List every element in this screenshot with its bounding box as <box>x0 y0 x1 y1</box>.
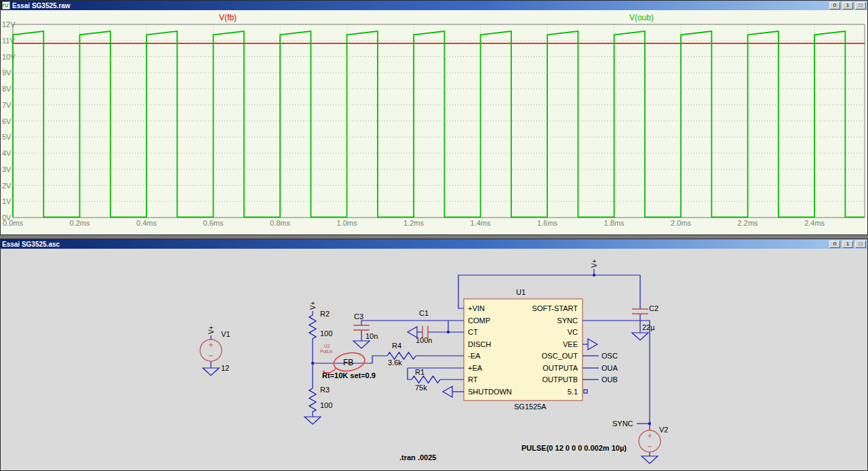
resistor-r2[interactable] <box>309 315 316 339</box>
u2-name[interactable]: U2 <box>324 344 330 348</box>
waveform-plot[interactable]: 0.0ms0.2ms0.4ms0.6ms0.8ms1.0ms1.2ms1.4ms… <box>1 10 867 234</box>
y-tick-label: 1V <box>2 197 12 205</box>
source-v1[interactable] <box>200 340 222 361</box>
capacitor-c3[interactable] <box>353 325 370 330</box>
r4-value[interactable]: 3.6k <box>388 359 402 367</box>
y-tick-label: 10V <box>2 53 16 61</box>
sources <box>200 340 660 452</box>
c3-name[interactable]: C3 <box>354 312 363 321</box>
u1-pin-label: SYNC <box>557 316 578 325</box>
vplus-net-label[interactable]: V+ <box>309 301 317 310</box>
schematic-window[interactable]: Essai SG3525.asc 0 1 □ <box>0 239 868 471</box>
u1-pin-label: DISCH <box>468 340 491 348</box>
titlebar-plot[interactable]: Essai SG3525.raw 0 1 □ <box>1 1 867 10</box>
r1-value[interactable]: 75k <box>415 384 427 392</box>
c2-value[interactable]: 22µ <box>642 323 655 331</box>
u1-pin-label: OUTPUTA <box>542 364 578 372</box>
trace-legend-label[interactable]: V(fb) <box>219 13 237 22</box>
oua-net-label[interactable]: OUA <box>601 364 618 372</box>
window-title-schematic: Essai SG3525.asc <box>2 241 60 248</box>
fb-net-label[interactable]: FB <box>343 358 353 367</box>
x-tick-label: 1.4ms <box>471 219 491 227</box>
y-tick-label: 6V <box>2 117 12 125</box>
osc-net-label[interactable]: OSC <box>601 352 618 360</box>
v1-plus-icon <box>209 343 213 347</box>
c1-value[interactable]: 100n <box>416 336 432 344</box>
junction-dot <box>593 274 595 277</box>
minimize-button[interactable]: 0 <box>829 241 840 248</box>
u1-name[interactable]: U1 <box>516 288 526 296</box>
r2-value[interactable]: 100 <box>320 329 332 337</box>
u1-pin-label: OUTPUTB <box>542 375 578 384</box>
port-arrow-vee[interactable] <box>588 339 597 350</box>
source-v2[interactable] <box>639 430 660 452</box>
close-button[interactable]: □ <box>855 241 866 248</box>
u1-pin-label: SHUTDOWN <box>468 388 512 396</box>
c2-name[interactable]: C2 <box>649 304 658 312</box>
r3-name[interactable]: R3 <box>320 386 330 394</box>
trace-legend-label[interactable]: V(oub) <box>629 13 654 22</box>
r3-value[interactable]: 100 <box>320 401 332 409</box>
u1-pin-label: RT <box>468 375 478 384</box>
y-tick-label: 9V <box>2 68 12 77</box>
wire[interactable] <box>408 368 412 380</box>
u1-model[interactable]: SG1525A <box>514 403 547 411</box>
restore-button[interactable]: 1 <box>842 2 853 9</box>
tran-directive[interactable]: .tran .0025 <box>399 453 436 462</box>
ground-symbol[interactable] <box>632 333 648 340</box>
v2-name[interactable]: V2 <box>659 426 668 434</box>
c3-value[interactable]: 10n <box>366 332 378 340</box>
v1-name[interactable]: V1 <box>221 330 230 338</box>
x-tick-label: 1.2ms <box>403 219 424 227</box>
u1-pin-label: COMP <box>468 316 490 325</box>
y-tick-label: 4V <box>2 149 12 157</box>
r4-name[interactable]: R4 <box>392 342 401 350</box>
u1-pin-label: SOFT-START <box>532 304 578 312</box>
v2-value[interactable]: PULSE(0 12 0 0 0 0.002m 10µ) <box>521 444 627 452</box>
resistor-r3[interactable] <box>309 388 316 412</box>
v1-value[interactable]: 12 <box>221 364 229 372</box>
restore-button[interactable]: 1 <box>842 241 853 248</box>
vplus-net-label[interactable]: V+ <box>591 259 598 268</box>
x-tick-label: 1.6ms <box>537 219 557 227</box>
x-tick-label: 0.4ms <box>136 219 157 227</box>
x-tick-label: 1.8ms <box>604 219 625 227</box>
x-tick-label: 2.4ms <box>804 219 825 227</box>
r1-name[interactable]: R1 <box>415 368 425 376</box>
schematic-labels: V1 12 V+ R2 100 V+ U2 PotLin FB Rt=10K s… <box>208 259 668 462</box>
close-button[interactable]: □ <box>855 2 866 9</box>
oub-net-label[interactable]: OUB <box>601 375 618 384</box>
waveform-viewer[interactable]: 0.0ms0.2ms0.4ms0.6ms0.8ms1.0ms1.2ms1.4ms… <box>1 10 867 234</box>
capacitor-c2[interactable] <box>632 309 648 314</box>
u1-pin-label: -EA <box>468 352 481 360</box>
r2-name[interactable]: R2 <box>320 310 330 318</box>
y-tick-label: 3V <box>2 165 12 173</box>
u1-pin-label: VC <box>568 328 578 336</box>
y-tick-label: 7V <box>2 101 12 109</box>
pin-terminal-square <box>584 390 587 393</box>
vplus-net-label[interactable]: V+ <box>208 325 215 334</box>
minimize-button[interactable]: 0 <box>829 2 840 9</box>
titlebar-schematic[interactable]: Essai SG3525.asc 0 1 □ <box>1 239 867 249</box>
waveform-window[interactable]: Essai SG3525.raw 0 1 □ 0.0ms0.2ms0.4ms0.… <box>0 0 868 235</box>
x-tick-label: 2.0ms <box>671 219 691 227</box>
u2-value[interactable]: PotLin <box>320 349 333 354</box>
wires <box>211 269 650 456</box>
resistor-r1[interactable] <box>412 376 440 383</box>
ground-symbol[interactable] <box>642 456 658 464</box>
u1-pin-label: OSC_OUT <box>542 352 578 360</box>
port-arrow-shutdown[interactable] <box>443 386 452 397</box>
window-title-plot: Essai SG3525.raw <box>12 2 71 9</box>
schematic-canvas[interactable]: V1 12 V+ R2 100 V+ U2 PotLin FB Rt=10K s… <box>1 249 867 470</box>
c1-name[interactable]: C1 <box>419 309 429 317</box>
ground-symbol[interactable] <box>304 417 321 424</box>
ground-symbol[interactable] <box>353 341 370 348</box>
schematic-editor[interactable]: V1 12 V+ R2 100 V+ U2 PotLin FB Rt=10K s… <box>1 249 867 470</box>
chip-u1-body[interactable] <box>464 299 583 401</box>
y-tick-label: 2V <box>2 182 12 190</box>
x-tick-label: 0.6ms <box>203 219 224 227</box>
u1-pin-label: +VIN <box>468 304 485 312</box>
y-tick-label: 0V <box>2 213 12 222</box>
ground-symbol[interactable] <box>203 368 219 375</box>
sync-net-label[interactable]: SYNC <box>612 419 633 428</box>
